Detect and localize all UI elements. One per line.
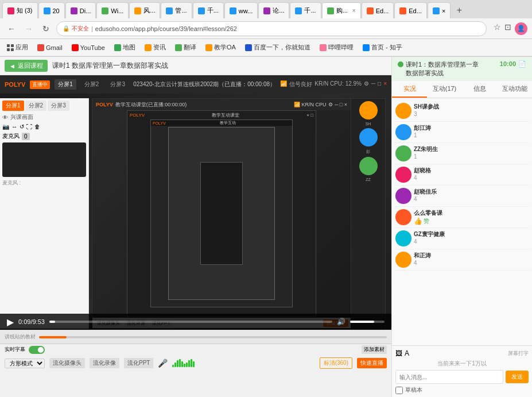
bookmark-news[interactable]: 资讯 xyxy=(142,42,168,53)
tab-9[interactable]: 论... xyxy=(258,2,289,18)
timeline[interactable]: 讲线站的教材 xyxy=(0,330,391,344)
browser-chrome: 知 (3) 20 Di... Wi... 风... 管... 千... ww. xyxy=(0,0,532,57)
tab-2[interactable]: 20 xyxy=(38,2,65,18)
camera-btn[interactable]: 流化摄像头 xyxy=(49,358,85,368)
tab-11[interactable]: 购... × xyxy=(322,2,361,18)
bookmarks-bar: 应用 Gmail YouTube 地图 资讯 翻译 教学OA 百度一下，你就知 xyxy=(0,39,532,56)
settings-icon[interactable]: ⚙ xyxy=(364,80,369,88)
tab-1-icon xyxy=(7,7,14,14)
tab-7[interactable]: 千... xyxy=(193,2,224,18)
bookmark-zhihu[interactable]: 首页 - 知乎 xyxy=(360,42,405,53)
polyv-tab-2[interactable]: 分屏2 xyxy=(81,79,103,90)
minimize-icon[interactable]: ─ xyxy=(371,80,375,88)
panel-tab-2[interactable]: 分屏2 xyxy=(25,101,47,111)
chat-tab-info[interactable]: 信息 xyxy=(462,81,497,98)
audio-bar-1 xyxy=(172,365,174,367)
current-time: 0:09 xyxy=(18,318,30,325)
play-button[interactable]: ▶ xyxy=(7,317,14,327)
maximize-icon[interactable]: □ xyxy=(378,80,381,88)
chat-tab-live[interactable]: 实况 xyxy=(392,81,427,98)
video-container[interactable]: POLYV 直播中 分屏1 分屏2 分屏3 023420-北京云计算连线班200… xyxy=(0,75,391,397)
tab-14[interactable]: × xyxy=(428,2,451,18)
polyv-tab-3[interactable]: 分屏3 xyxy=(107,79,129,90)
nested-title: 教学互动课堂(已直播:00:00:00) xyxy=(115,101,187,109)
tab-5-label: 风... xyxy=(143,6,155,15)
subtitle-toggle[interactable] xyxy=(29,346,45,354)
timeline-progress xyxy=(39,336,67,338)
tab-8[interactable]: ww... xyxy=(224,2,258,18)
close-icon[interactable]: × xyxy=(383,80,387,88)
tab-3-label: Di... xyxy=(80,7,91,14)
add-material-btn[interactable]: 添加素材 xyxy=(362,345,387,354)
panel-tab-1[interactable]: 分屏1 xyxy=(2,101,24,111)
bookmark-youtube[interactable]: YouTube xyxy=(69,43,107,52)
tab-13[interactable]: Ed... xyxy=(394,2,427,18)
msg-name-5: 赵晓佳乐 xyxy=(414,188,529,196)
record-btn[interactable]: 流化录像 xyxy=(90,358,119,368)
timeline-label: 讲线站的教材 xyxy=(5,333,36,341)
board-checkbox[interactable] xyxy=(395,387,403,394)
subtitle-toggle-knob xyxy=(38,347,44,353)
panel-tabs: 分屏1 分屏2 分屏3 xyxy=(2,101,86,111)
msg-count-2: 1 xyxy=(414,132,529,138)
live-btn[interactable]: 快速直播 xyxy=(357,358,387,368)
bilibili-icon xyxy=(320,44,327,51)
news-icon xyxy=(145,44,152,51)
ppt-btn[interactable]: 流化PPT xyxy=(124,358,153,368)
device-select[interactable]: 0 xyxy=(22,133,30,140)
forward-button[interactable]: → xyxy=(22,22,36,36)
bookmark-gmail[interactable]: Gmail xyxy=(35,43,65,52)
send-button[interactable]: 发送 xyxy=(506,371,529,383)
reload-button[interactable]: ↻ xyxy=(39,22,53,36)
url-bar[interactable]: 🔒 不安全 | edusoho.com/app.php/course/39/le… xyxy=(56,21,487,36)
bookmark-star[interactable]: ☆ xyxy=(494,22,501,35)
volume-bar[interactable] xyxy=(350,321,385,323)
avatar-1 xyxy=(395,103,411,119)
chat-input[interactable] xyxy=(395,370,503,384)
bookmark-oa[interactable]: 教学OA xyxy=(203,42,238,53)
polyv-tab-1[interactable]: 分屏1 xyxy=(55,79,76,90)
image-icon[interactable]: 🖼 xyxy=(395,349,402,357)
progress-bar[interactable] xyxy=(49,321,332,323)
inner-video-area[interactable]: POLYV 教学互动课堂(已直播:00:00:00) 📶 KR/N CPU ⚙ … xyxy=(92,98,386,329)
subtitle-label: 实时字幕 xyxy=(5,346,25,353)
tab-3[interactable]: Di... xyxy=(65,2,96,18)
mic-icon[interactable]: 🎤 xyxy=(158,359,168,368)
back-button[interactable]: ← xyxy=(5,22,18,36)
time-display: 0:09/9:53 xyxy=(18,318,45,325)
lesson-download-icon[interactable]: 📄 xyxy=(518,60,526,68)
text-icon[interactable]: A xyxy=(405,349,409,357)
tab-4[interactable]: Wi... xyxy=(96,2,129,18)
news-label: 资讯 xyxy=(153,43,166,52)
chat-tab-func[interactable]: 互动功能 xyxy=(497,81,532,98)
new-tab-button[interactable]: + xyxy=(451,2,467,18)
bookmark-bilibili[interactable]: 哔哩哔哩 xyxy=(317,42,356,53)
bilibili-label: 哔哩哔哩 xyxy=(328,43,354,52)
tab-12[interactable]: Ed... xyxy=(362,2,394,18)
chat-msg-7: GZ寰宇健康 4 xyxy=(394,228,530,249)
tab-6[interactable]: 管... xyxy=(161,2,192,18)
polyv-controls-right: 📶 信号良好 KR/N CPU: 12.9% ⚙ ─ □ × xyxy=(280,80,387,88)
msg-like-6: 👍 赞 xyxy=(414,217,529,225)
panel-tab-3[interactable]: 分屏3 xyxy=(48,101,69,111)
audio-bar-4 xyxy=(179,359,181,367)
volume-icon[interactable]: 🔊 xyxy=(337,318,345,326)
msg-content-3: ZZ朱明生 1 xyxy=(414,145,529,161)
tab-11-close[interactable]: × xyxy=(352,7,356,14)
bookmark-baidu[interactable]: 百度一下，你就知道 xyxy=(243,42,313,53)
back-to-course-button[interactable]: ◄ 返回课程 xyxy=(5,60,48,72)
tab-5[interactable]: 风... xyxy=(129,2,160,18)
send-row: 发送 xyxy=(395,370,529,384)
bookmark-translate[interactable]: 翻译 xyxy=(173,42,199,53)
timeline-bar[interactable] xyxy=(39,336,387,338)
apps-button[interactable]: 应用 xyxy=(5,42,30,53)
cast-icon[interactable]: ⊡ xyxy=(504,22,511,35)
chat-tab-interact[interactable]: 互动(17) xyxy=(427,81,462,98)
bookmark-maps[interactable]: 地图 xyxy=(112,42,138,53)
progress-fill xyxy=(49,321,55,323)
tab-10[interactable]: 千... xyxy=(290,2,321,18)
mode-select[interactable]: 方形模式 xyxy=(5,359,45,368)
lesson-info-main: 课时1：数据库管理第一章 xyxy=(406,60,498,69)
tab-1[interactable]: 知 (3) xyxy=(2,2,38,18)
account-icon[interactable]: 👤 xyxy=(515,22,527,35)
